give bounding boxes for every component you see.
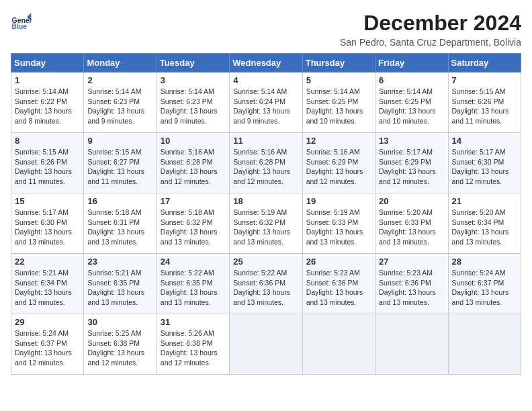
day-cell-1: 1 Sunrise: 5:14 AM Sunset: 6:22 PM Dayli…: [11, 73, 84, 133]
sunrise-text: Sunrise: 5:14 AM: [15, 87, 69, 95]
daylight-text: Daylight: 13 hours and 11 minutes.: [87, 167, 144, 185]
sunset-text: Sunset: 6:28 PM: [233, 158, 285, 166]
day-cell-25: 25 Sunrise: 5:22 AM Sunset: 6:36 PM Dayl…: [230, 254, 302, 314]
daylight-text: Daylight: 13 hours and 13 minutes.: [452, 288, 509, 306]
day-number: 14: [452, 136, 517, 146]
day-info: Sunrise: 5:14 AM Sunset: 6:23 PM Dayligh…: [161, 87, 226, 126]
day-info: Sunrise: 5:15 AM Sunset: 6:27 PM Dayligh…: [87, 147, 152, 187]
day-cell-24: 24 Sunrise: 5:22 AM Sunset: 6:35 PM Dayl…: [157, 254, 229, 314]
sunrise-text: Sunrise: 5:14 AM: [161, 87, 214, 95]
day-info: Sunrise: 5:16 AM Sunset: 6:28 PM Dayligh…: [233, 147, 298, 187]
day-info: Sunrise: 5:15 AM Sunset: 6:26 PM Dayligh…: [15, 147, 80, 187]
sunset-text: Sunset: 6:36 PM: [306, 279, 359, 287]
sunrise-text: Sunrise: 5:23 AM: [379, 269, 433, 277]
day-number: 4: [233, 75, 298, 85]
column-header-monday: Monday: [84, 54, 157, 73]
sunset-text: Sunset: 6:32 PM: [161, 218, 213, 226]
day-info: Sunrise: 5:22 AM Sunset: 6:36 PM Dayligh…: [233, 268, 298, 308]
daylight-text: Daylight: 13 hours and 9 minutes.: [87, 107, 144, 125]
sunset-text: Sunset: 6:37 PM: [452, 279, 504, 287]
day-cell-17: 17 Sunrise: 5:18 AM Sunset: 6:32 PM Dayl…: [157, 193, 229, 254]
day-cell-6: 6 Sunrise: 5:14 AM Sunset: 6:25 PM Dayli…: [375, 73, 448, 133]
day-cell-13: 13 Sunrise: 5:17 AM Sunset: 6:29 PM Dayl…: [375, 133, 448, 193]
column-header-thursday: Thursday: [302, 54, 375, 73]
sunrise-text: Sunrise: 5:15 AM: [452, 87, 506, 95]
day-number: 7: [452, 75, 517, 85]
day-number: 2: [87, 75, 152, 85]
week-row-4: 22 Sunrise: 5:21 AM Sunset: 6:34 PM Dayl…: [11, 254, 521, 314]
daylight-text: Daylight: 13 hours and 12 minutes.: [161, 167, 218, 185]
title-block: December 2024 San Pedro, Santa Cruz Depa…: [340, 11, 521, 48]
day-number: 16: [87, 196, 152, 206]
sunrise-text: Sunrise: 5:16 AM: [161, 148, 214, 156]
svg-text:Blue: Blue: [12, 23, 28, 30]
day-number: 28: [452, 257, 517, 267]
sunset-text: Sunset: 6:33 PM: [306, 218, 359, 226]
daylight-text: Daylight: 13 hours and 13 minutes.: [15, 228, 72, 246]
day-number: 5: [306, 75, 371, 85]
sunset-text: Sunset: 6:30 PM: [452, 158, 504, 166]
day-cell-19: 19 Sunrise: 5:19 AM Sunset: 6:33 PM Dayl…: [302, 193, 375, 254]
sunrise-text: Sunrise: 5:18 AM: [87, 208, 141, 216]
day-info: Sunrise: 5:16 AM Sunset: 6:29 PM Dayligh…: [306, 147, 371, 187]
sunrise-text: Sunrise: 5:17 AM: [379, 148, 433, 156]
day-info: Sunrise: 5:16 AM Sunset: 6:28 PM Dayligh…: [161, 147, 226, 187]
daylight-text: Daylight: 13 hours and 8 minutes.: [15, 107, 72, 125]
sunset-text: Sunset: 6:26 PM: [452, 97, 504, 105]
sunset-text: Sunset: 6:27 PM: [87, 158, 140, 166]
day-number: 9: [87, 136, 152, 146]
daylight-text: Daylight: 13 hours and 12 minutes.: [161, 349, 218, 367]
sunrise-text: Sunrise: 5:15 AM: [15, 148, 69, 156]
day-info: Sunrise: 5:24 AM Sunset: 6:37 PM Dayligh…: [452, 268, 517, 308]
sunrise-text: Sunrise: 5:19 AM: [306, 208, 360, 216]
day-number: 25: [233, 257, 298, 267]
sunset-text: Sunset: 6:33 PM: [379, 218, 431, 226]
day-cell-21: 21 Sunrise: 5:20 AM Sunset: 6:34 PM Dayl…: [448, 193, 521, 254]
daylight-text: Daylight: 13 hours and 11 minutes.: [15, 167, 72, 185]
daylight-text: Daylight: 13 hours and 12 minutes.: [452, 167, 509, 185]
day-number: 10: [161, 136, 226, 146]
day-cell-15: 15 Sunrise: 5:17 AM Sunset: 6:30 PM Dayl…: [11, 193, 84, 254]
sunset-text: Sunset: 6:22 PM: [15, 97, 67, 105]
sunrise-text: Sunrise: 5:21 AM: [87, 269, 141, 277]
day-info: Sunrise: 5:20 AM Sunset: 6:34 PM Dayligh…: [452, 208, 517, 247]
daylight-text: Daylight: 13 hours and 13 minutes.: [306, 288, 363, 306]
day-number: 22: [15, 257, 80, 267]
sunset-text: Sunset: 6:24 PM: [233, 97, 285, 105]
day-cell-16: 16 Sunrise: 5:18 AM Sunset: 6:31 PM Dayl…: [84, 193, 157, 254]
sunset-text: Sunset: 6:30 PM: [15, 218, 67, 226]
day-cell-9: 9 Sunrise: 5:15 AM Sunset: 6:27 PM Dayli…: [84, 133, 157, 193]
sunset-text: Sunset: 6:38 PM: [161, 339, 213, 347]
daylight-text: Daylight: 13 hours and 13 minutes.: [15, 288, 72, 306]
day-number: 29: [15, 317, 80, 327]
daylight-text: Daylight: 13 hours and 10 minutes.: [379, 107, 436, 125]
sunset-text: Sunset: 6:29 PM: [306, 158, 359, 166]
daylight-text: Daylight: 13 hours and 12 minutes.: [379, 167, 436, 185]
sunset-text: Sunset: 6:23 PM: [87, 97, 140, 105]
day-number: 23: [87, 257, 152, 267]
column-header-sunday: Sunday: [11, 54, 84, 73]
day-number: 27: [379, 257, 444, 267]
sunset-text: Sunset: 6:34 PM: [452, 218, 504, 226]
main-title: December 2024: [340, 11, 521, 36]
calendar-table: SundayMondayTuesdayWednesdayThursdayFrid…: [11, 53, 521, 375]
day-info: Sunrise: 5:19 AM Sunset: 6:33 PM Dayligh…: [306, 208, 371, 247]
daylight-text: Daylight: 13 hours and 13 minutes.: [233, 228, 290, 246]
week-row-2: 8 Sunrise: 5:15 AM Sunset: 6:26 PM Dayli…: [11, 133, 521, 193]
subtitle: San Pedro, Santa Cruz Department, Bolivi…: [340, 37, 521, 48]
day-cell-2: 2 Sunrise: 5:14 AM Sunset: 6:23 PM Dayli…: [84, 73, 157, 133]
sunrise-text: Sunrise: 5:14 AM: [233, 87, 287, 95]
day-info: Sunrise: 5:24 AM Sunset: 6:37 PM Dayligh…: [15, 328, 80, 368]
day-number: 24: [161, 257, 226, 267]
sunset-text: Sunset: 6:32 PM: [233, 218, 285, 226]
sunset-text: Sunset: 6:34 PM: [15, 279, 67, 287]
sunset-text: Sunset: 6:25 PM: [306, 97, 359, 105]
day-cell-30: 30 Sunrise: 5:25 AM Sunset: 6:38 PM Dayl…: [84, 314, 157, 375]
day-number: 26: [306, 257, 371, 267]
day-cell-11: 11 Sunrise: 5:16 AM Sunset: 6:28 PM Dayl…: [230, 133, 302, 193]
column-header-wednesday: Wednesday: [230, 54, 302, 73]
empty-cell: [375, 314, 448, 375]
day-cell-14: 14 Sunrise: 5:17 AM Sunset: 6:30 PM Dayl…: [448, 133, 521, 193]
day-number: 12: [306, 136, 371, 146]
column-header-saturday: Saturday: [448, 54, 521, 73]
